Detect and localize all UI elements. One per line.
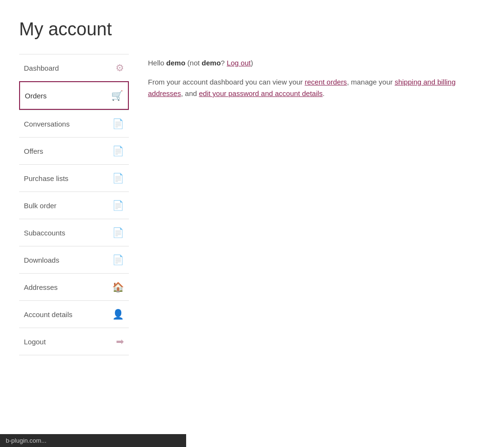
description-text: From your account dashboard you can view… [148,76,485,99]
downloads-icon [112,254,124,266]
username2-bold: demo [202,59,221,67]
desc-middle1: , manage your [347,78,395,86]
desc-end: . [323,89,325,97]
sidebar-item-label-dashboard: Dashboard [24,64,59,72]
logout-icon [116,336,124,347]
sidebar-item-bulk-order[interactable]: Bulk order [19,192,129,219]
page-title: My account [19,19,485,40]
sidebar-item-label-orders: Orders [25,92,47,100]
subaccounts-icon [112,227,124,238]
purchase-lists-icon [112,172,124,184]
sidebar-item-label-conversations: Conversations [24,120,70,128]
not-text: (not [185,59,201,67]
sidebar-item-label-subaccounts: Subaccounts [24,229,65,237]
sidebar-item-label-offers: Offers [24,147,43,155]
sidebar-item-subaccounts[interactable]: Subaccounts [19,219,129,246]
sidebar-item-label-downloads: Downloads [24,256,59,264]
question-mark: ? [221,59,227,67]
logout-link[interactable]: Log out [227,59,251,67]
sidebar-item-label-purchase-lists: Purchase lists [24,174,68,182]
sidebar-item-conversations[interactable]: Conversations [19,110,129,137]
sidebar-item-logout[interactable]: Logout [19,328,129,355]
sidebar-item-label-logout: Logout [24,338,46,346]
sidebar-item-label-bulk-order: Bulk order [24,202,56,210]
close-paren: ) [251,59,253,67]
sidebar-item-label-addresses: Addresses [24,283,58,291]
addresses-icon [112,281,124,293]
sidebar-item-addresses[interactable]: Addresses [19,273,129,300]
desc-before: From your account dashboard you can view… [148,78,305,86]
sidebar-item-account-details[interactable]: Account details [19,300,129,328]
sidebar: Dashboard Orders Conversations Offers Pu… [19,54,129,355]
desc-middle2: , and [181,89,199,97]
bulk-order-icon [112,200,124,211]
main-content: Hello demo (not demo? Log out) From your… [148,54,485,99]
recent-orders-link[interactable]: recent orders [305,78,347,86]
greeting-text: Hello demo (not demo? Log out) [148,59,485,67]
dashboard-icon [116,62,124,74]
sidebar-item-dashboard[interactable]: Dashboard [19,54,129,81]
content-wrapper: Dashboard Orders Conversations Offers Pu… [19,54,485,355]
sidebar-item-offers[interactable]: Offers [19,137,129,164]
hello-label: Hello [148,59,166,67]
page-container: My account Dashboard Orders Conversation… [0,0,504,374]
conversations-icon [112,118,124,129]
sidebar-item-purchase-lists[interactable]: Purchase lists [19,164,129,192]
sidebar-item-downloads[interactable]: Downloads [19,246,129,273]
orders-icon [111,90,123,101]
offers-icon [112,145,124,157]
account-details-icon [112,309,124,320]
sidebar-item-label-account-details: Account details [24,310,73,319]
edit-password-link[interactable]: edit your password and account details [199,89,323,97]
username-bold: demo [166,59,185,67]
sidebar-item-orders[interactable]: Orders [19,81,129,110]
